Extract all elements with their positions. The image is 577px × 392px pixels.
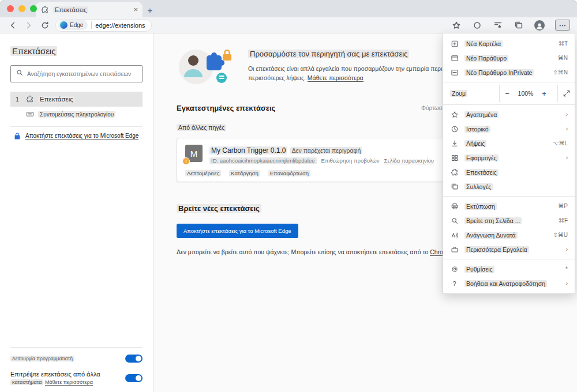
zoom-value: 100% <box>515 90 537 97</box>
warning-badge-icon: ! <box>182 157 190 165</box>
hero-learn-more-link[interactable]: Μάθετε περισσότερα <box>308 74 364 82</box>
browser-tab[interactable]: Επεκτάσεις × <box>36 2 143 17</box>
extension-name: My Carbon Trigger 0.1.0 <box>209 146 287 154</box>
minimize-window-button[interactable] <box>18 5 25 12</box>
menu-item-label: Βρείτε στη Σελίδα ... <box>464 217 522 224</box>
collections-toolbar-icon[interactable] <box>514 20 524 31</box>
refresh-button[interactable] <box>39 20 51 31</box>
allow-other-stores-labels: Επιτρέψτε επεκτάσεις από άλλα καταστήματ… <box>10 371 100 385</box>
get-extensions-link[interactable]: Αποκτήστε επεκτάσεις για το Microsoft Ed… <box>10 131 143 143</box>
menu-divider <box>443 196 575 197</box>
get-extensions-link-label: Αποκτήστε επεκτάσεις για το Microsoft Ed… <box>25 133 138 140</box>
sidebar-item-extensions[interactable]: 1 Επεκτάσεις <box>10 92 143 107</box>
menu-item-shortcut: ⇧⌘N <box>553 69 568 76</box>
remove-button[interactable]: Κατάργηση <box>229 170 260 176</box>
zoom-in-button[interactable]: + <box>537 85 552 102</box>
background-page-link[interactable]: Σελίδα παρασκηνίου <box>384 157 434 164</box>
store-bag-icon <box>13 133 22 142</box>
menu-item-find-on-page[interactable]: Βρείτε στη Σελίδα ... ⌘F <box>443 213 575 228</box>
allow-other-stores-toggle[interactable] <box>125 374 143 382</box>
menu-item-label: Ιστορικό <box>464 126 490 133</box>
search-box[interactable] <box>10 65 143 82</box>
sidebar-page-title: Επεκτάσεις <box>10 46 57 56</box>
allow-learn-more-link[interactable]: Μάθετε περισσότερα <box>45 379 93 386</box>
menu-item-new-inprivate-window[interactable]: Νέο Παράθυρο InPrivate ⇧⌘N <box>443 65 575 80</box>
maximize-window-button[interactable] <box>30 5 37 12</box>
menu-item-apps[interactable]: Εφαρμογές › <box>443 150 575 165</box>
extension-card-text: My Carbon Trigger 0.1.0 Δεν παρέχεται πε… <box>209 145 434 164</box>
menu-item-label: Εκτύπωση <box>464 203 497 210</box>
details-button[interactable]: Λεπτομέρειες <box>185 170 221 176</box>
menu-item-new-window[interactable]: Νέο Παράθυρο ⌘N <box>443 51 575 65</box>
menu-item-print[interactable]: Εκτύπωση ⌘P <box>443 199 575 213</box>
find-new-extensions-title: Βρείτε νέες επεκτάσεις <box>177 204 261 213</box>
menu-item-history[interactable]: Ιστορικό › <box>443 122 575 136</box>
menu-item-new-tab[interactable]: Νέα Καρτέλα ⌘T <box>443 36 575 51</box>
extensions-hero-illustration <box>177 46 235 89</box>
menu-divider <box>443 259 575 259</box>
favorite-star-button[interactable] <box>451 20 462 31</box>
developer-mode-toggle[interactable] <box>125 355 143 363</box>
help-question-icon: ? <box>450 280 459 287</box>
submenu-chevron-icon: › <box>566 126 568 132</box>
new-window-icon <box>450 54 459 62</box>
submenu-chevron-icon: › <box>566 280 568 287</box>
allow-other-stores-row: Επιτρέψτε επεκτάσεις από άλλα καταστήματ… <box>10 371 143 385</box>
menu-item-collections[interactable]: Συλλογές <box>443 179 575 194</box>
zoom-out-button[interactable]: − <box>500 85 515 102</box>
menu-item-settings[interactable]: Ρυθμίσεις * <box>443 262 575 276</box>
menu-item-read-aloud[interactable]: Ανάγνωση Δυνατά ⇧⌘U <box>443 228 575 242</box>
menu-item-label: Εφαρμογές <box>464 154 499 161</box>
forward-button[interactable] <box>23 20 35 31</box>
sidebar-item-label: Επεκτάσεις <box>38 96 75 103</box>
profile-avatar[interactable] <box>534 20 545 31</box>
menu-item-favorites[interactable]: Αγαπημένα › <box>443 107 575 122</box>
sidebar-divider <box>10 126 143 127</box>
reload-button[interactable]: Επαναφόρτωση <box>268 170 310 176</box>
address-bar[interactable]: Edge edge://extensions <box>55 19 152 32</box>
fullscreen-button[interactable] <box>557 85 575 102</box>
toolbar-right-icons: ⋯ <box>451 20 570 31</box>
hero-title: Προσαρμόστε τον περιηγητή σας με επεκτάσ… <box>248 50 409 58</box>
tab-close-icon[interactable]: × <box>133 5 138 14</box>
titlebar: Επεκτάσεις × + <box>0 0 577 17</box>
address-separator <box>91 21 92 29</box>
menu-item-extensions[interactable]: Επεκτάσεις <box>443 165 575 179</box>
menu-item-help-and-feedback[interactable]: ? Βοήθεια και Ανατροφοδότηση › <box>443 276 575 291</box>
get-extensions-button[interactable]: Αποκτήστε επεκτάσεις για το Microsoft Ed… <box>177 224 298 238</box>
search-input[interactable] <box>27 71 137 77</box>
edge-chip-label: Edge <box>70 22 83 28</box>
new-tab-button[interactable]: + <box>143 2 158 17</box>
developer-mode-label: Λειτουργία προγραμματιστή <box>10 356 74 361</box>
keyboard-icon <box>25 110 35 118</box>
menu-item-label: Νέο Παράθυρο InPrivate <box>464 69 534 76</box>
allow-other-stores-label: Επιτρέψτε επεκτάσεις από άλλα <box>10 371 100 378</box>
menu-item-label: Περισσότερα Εργαλεία <box>464 246 529 253</box>
settings-update-mark: * <box>565 266 568 272</box>
read-aloud-icon <box>450 231 459 239</box>
extension-id: ID: aaohcoaicihmopkaiaecnimjkmlibpdalee <box>209 157 317 164</box>
favorites-hub-icon[interactable] <box>493 20 503 31</box>
browser-settings-menu: Νέα Καρτέλα ⌘T Νέο Παράθυρο ⌘N Νέο Παράθ… <box>443 33 575 294</box>
sidebar-item-keyboard-shortcuts[interactable]: Συντομεύσεις πληκτρολογίου <box>10 107 143 122</box>
extensions-favicon-icon <box>40 6 50 14</box>
menu-item-label: Επεκτάσεις <box>464 169 499 176</box>
extension-toolbar-icon[interactable] <box>472 20 482 31</box>
toolbar: Edge edge://extensions ⋯ <box>0 17 577 33</box>
gear-icon <box>450 265 459 273</box>
menu-item-shortcut: ⌘P <box>558 203 568 209</box>
menu-item-downloads[interactable]: Λήψεις ⌥⌘L <box>443 136 575 150</box>
edge-site-chip: Edge <box>58 20 88 30</box>
menu-item-more-tools[interactable]: Περισσότερα Εργαλεία › <box>443 242 575 257</box>
menu-item-label: Συλλογές <box>464 183 493 190</box>
source-group-label: Από άλλες πηγές <box>177 124 226 131</box>
menu-item-label: Βοήθεια και Ανατροφοδότηση <box>464 280 547 287</box>
settings-and-more-button[interactable]: ⋯ <box>555 20 570 31</box>
printer-icon <box>450 202 459 210</box>
apps-grid-icon <box>450 154 459 162</box>
submenu-chevron-icon: › <box>566 246 568 252</box>
back-button[interactable] <box>7 20 18 31</box>
menu-item-label: Λήψεις <box>464 140 486 147</box>
allow-other-stores-label2: καταστήματα <box>10 379 43 385</box>
close-window-button[interactable] <box>7 5 14 12</box>
